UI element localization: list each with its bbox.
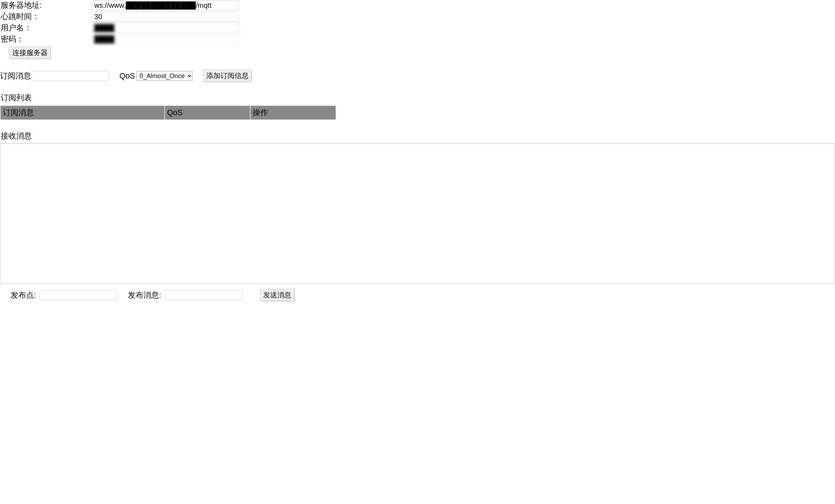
receive-title: 接收消息 xyxy=(0,131,835,141)
subscription-col-topic: 订阅消息 xyxy=(0,106,165,120)
subscription-table: 订阅消息 QoS 操作 xyxy=(0,105,336,120)
subscribe-topic-input[interactable] xyxy=(31,71,109,81)
qos-label: QoS xyxy=(119,71,135,81)
subscription-col-action: 操作 xyxy=(250,106,336,120)
publish-topic-input[interactable] xyxy=(40,290,117,300)
publish-topic-label: 发布点: xyxy=(11,290,36,301)
heartbeat-label: 心跳时间： xyxy=(0,11,92,22)
connect-button[interactable]: 连接服务器 xyxy=(9,47,51,59)
password-input[interactable] xyxy=(92,34,238,44)
password-row: 密码： xyxy=(0,34,835,45)
add-subscribe-button[interactable]: 添加订阅信息 xyxy=(203,70,252,82)
server-address-row: 服务器地址: xyxy=(0,0,835,11)
subscribe-topic-label: 订阅消息 xyxy=(0,71,31,81)
heartbeat-row: 心跳时间： xyxy=(0,11,835,22)
receive-box[interactable] xyxy=(0,143,835,284)
server-address-label: 服务器地址: xyxy=(0,0,92,11)
connect-row: 连接服务器 xyxy=(9,47,835,59)
publish-row: 发布点: 发布消息: 发送消息 xyxy=(0,289,835,301)
username-input[interactable] xyxy=(92,23,238,33)
password-label: 密码： xyxy=(0,34,92,45)
qos-select[interactable]: 0_Almost_Once xyxy=(136,71,193,81)
send-message-button[interactable]: 发送消息 xyxy=(260,289,295,301)
username-label: 用户名： xyxy=(0,23,92,33)
username-row: 用户名： xyxy=(0,23,835,33)
server-address-input[interactable] xyxy=(92,0,238,10)
heartbeat-input[interactable] xyxy=(92,12,238,22)
subscription-col-qos: QoS xyxy=(165,106,250,120)
subscription-table-header-row: 订阅消息 QoS 操作 xyxy=(0,106,336,120)
publish-message-label: 发布消息: xyxy=(128,290,161,301)
publish-message-input[interactable] xyxy=(165,290,242,300)
subscribe-row: 订阅消息 QoS 0_Almost_Once 添加订阅信息 xyxy=(0,70,835,82)
subscription-list-title: 订阅列表 xyxy=(0,93,835,103)
